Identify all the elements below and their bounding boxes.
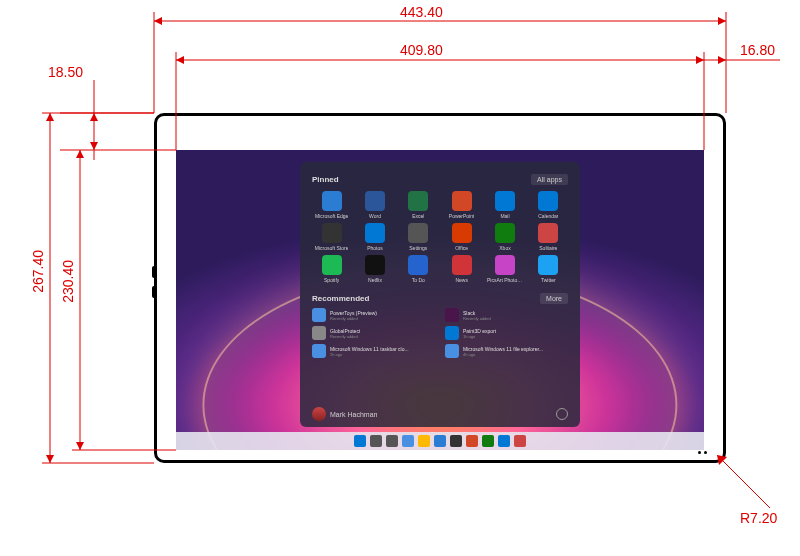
app-tile[interactable]: To Do — [399, 255, 438, 283]
app-icon — [495, 191, 515, 211]
app-icon — [322, 223, 342, 243]
app-tile[interactable]: News — [442, 255, 481, 283]
app-label: News — [455, 277, 468, 283]
power-icon[interactable] — [556, 408, 568, 420]
svg-marker-19 — [46, 455, 54, 463]
app-label: PowerPoint — [449, 213, 475, 219]
app-label: Spotify — [324, 277, 339, 283]
app-icon — [452, 191, 472, 211]
app-tile[interactable]: Xbox — [485, 223, 524, 251]
app-label: Settings — [409, 245, 427, 251]
svg-marker-16 — [90, 142, 98, 150]
reco-icon — [445, 344, 459, 358]
svg-marker-1 — [154, 17, 162, 25]
user-account[interactable]: Mark Hachman — [312, 407, 377, 421]
taskbar-app2-icon[interactable] — [482, 435, 494, 447]
app-icon — [365, 223, 385, 243]
reco-sub: Recently added — [330, 334, 360, 339]
taskbar-widgets-icon[interactable] — [402, 435, 414, 447]
app-tile[interactable]: Netflix — [355, 255, 394, 283]
reco-text: Microsoft Windows 11 taskbar clo...2h ag… — [330, 346, 409, 357]
recommended-item[interactable]: SlackRecently added — [445, 308, 568, 322]
dim-inner-height: 230.40 — [60, 260, 76, 303]
app-icon — [408, 223, 428, 243]
app-tile[interactable]: Settings — [399, 223, 438, 251]
dim-outer-width: 443.40 — [400, 4, 443, 20]
reco-sub: 1h ago — [463, 334, 496, 339]
reco-icon — [312, 326, 326, 340]
app-label: Twitter — [541, 277, 556, 283]
app-label: Xbox — [499, 245, 510, 251]
app-tile[interactable]: Solitaire — [529, 223, 568, 251]
reco-sub: Recently added — [330, 316, 377, 321]
side-button — [152, 286, 156, 298]
recommended-item[interactable]: PowerToys (Preview)Recently added — [312, 308, 435, 322]
app-label: Office — [455, 245, 468, 251]
app-tile[interactable]: Office — [442, 223, 481, 251]
app-tile[interactable]: Spotify — [312, 255, 351, 283]
app-tile[interactable]: Microsoft Edge — [312, 191, 351, 219]
taskbar-store-icon[interactable] — [450, 435, 462, 447]
app-icon — [365, 191, 385, 211]
reco-text: GlobalProtectRecently added — [330, 328, 360, 339]
app-tile[interactable]: Photos — [355, 223, 394, 251]
app-label: Solitaire — [539, 245, 557, 251]
reco-icon — [312, 344, 326, 358]
dim-bezel-right: 16.80 — [740, 42, 775, 58]
app-icon — [322, 191, 342, 211]
reco-icon — [445, 326, 459, 340]
app-tile[interactable]: Mail — [485, 191, 524, 219]
dim-bezel-top: 18.50 — [48, 64, 83, 80]
reco-icon — [312, 308, 326, 322]
taskbar-app4-icon[interactable] — [514, 435, 526, 447]
recommended-item[interactable]: GlobalProtectRecently added — [312, 326, 435, 340]
app-icon — [365, 255, 385, 275]
recommended-item[interactable]: Microsoft Windows 11 file explorer...4h … — [445, 344, 568, 358]
app-tile[interactable]: Excel — [399, 191, 438, 219]
taskbar-start-icon[interactable] — [354, 435, 366, 447]
reco-icon — [445, 308, 459, 322]
app-icon — [452, 223, 472, 243]
app-icon — [452, 255, 472, 275]
taskbar-edge-icon[interactable] — [434, 435, 446, 447]
app-icon — [538, 223, 558, 243]
app-label: PicsArt Photo Studio — [487, 277, 523, 283]
app-icon — [538, 255, 558, 275]
taskbar-explorer-icon[interactable] — [418, 435, 430, 447]
dim-corner-radius: R7.20 — [740, 510, 777, 526]
app-tile[interactable]: Word — [355, 191, 394, 219]
svg-marker-15 — [90, 113, 98, 121]
indicator-leds — [698, 451, 707, 454]
app-tile[interactable]: Calendar — [529, 191, 568, 219]
app-icon — [408, 255, 428, 275]
more-button[interactable]: More — [540, 293, 568, 304]
taskbar-search-icon[interactable] — [370, 435, 382, 447]
tablet-screen: Pinned All apps Microsoft EdgeWordExcelP… — [176, 150, 704, 450]
svg-line-26 — [717, 455, 770, 508]
reco-sub: 4h ago — [463, 352, 543, 357]
app-label: Mail — [500, 213, 509, 219]
taskbar-app3-icon[interactable] — [498, 435, 510, 447]
app-icon — [322, 255, 342, 275]
svg-marker-6 — [176, 56, 184, 64]
desktop-wallpaper: Pinned All apps Microsoft EdgeWordExcelP… — [176, 150, 704, 450]
app-tile[interactable]: PowerPoint — [442, 191, 481, 219]
app-label: Excel — [412, 213, 424, 219]
avatar-icon — [312, 407, 326, 421]
recommended-label: Recommended — [312, 294, 369, 303]
app-label: Netflix — [368, 277, 382, 283]
app-icon — [538, 191, 558, 211]
svg-marker-2 — [718, 17, 726, 25]
dim-outer-height: 267.40 — [30, 250, 46, 293]
app-tile[interactable]: PicsArt Photo Studio — [485, 255, 524, 283]
taskbar-app1-icon[interactable] — [466, 435, 478, 447]
reco-sub: 2h ago — [330, 352, 409, 357]
app-tile[interactable]: Twitter — [529, 255, 568, 283]
recommended-item[interactable]: Microsoft Windows 11 taskbar clo...2h ag… — [312, 344, 435, 358]
recommended-item[interactable]: Paint3D export1h ago — [445, 326, 568, 340]
taskbar-task-view-icon[interactable] — [386, 435, 398, 447]
app-icon — [495, 223, 515, 243]
app-tile[interactable]: Microsoft Store — [312, 223, 351, 251]
all-apps-button[interactable]: All apps — [531, 174, 568, 185]
svg-marker-7 — [696, 56, 704, 64]
